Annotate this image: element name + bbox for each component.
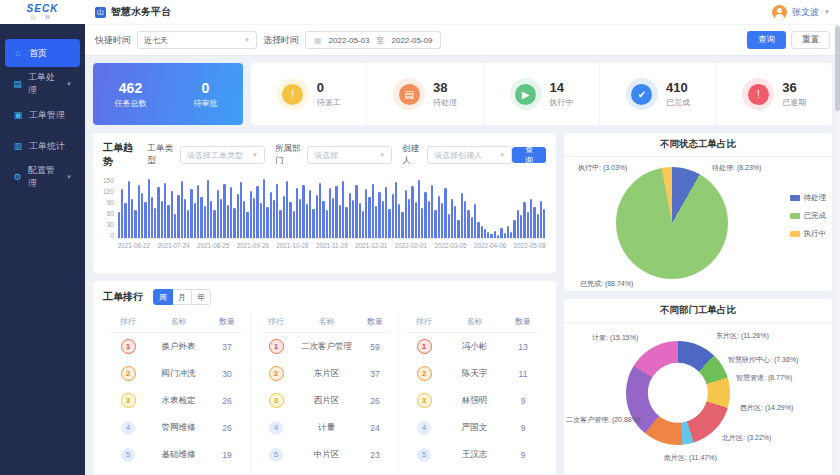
rank-badge: 4 [121,421,135,435]
quick-time-label: 快捷时间 [95,34,131,47]
name-cell: 水表检定 [145,395,212,407]
col-rank-header: 排行 [111,316,145,327]
status-pie[interactable] [616,167,728,279]
blue-card-stat: 0待审批 [168,80,243,109]
pie-slice-label: 西片区: (14.29%) [740,403,793,413]
chevron-down-icon: ▼ [244,37,250,43]
trend-bar [395,182,397,238]
pie-slice-label: 二次客户管理: (20.88%) [566,415,640,425]
filter-bar: 快捷时间 近七天 ▼ 选择时间 ▦ 2022-05-03 至 2022-05-0… [85,24,840,56]
col-count-header: 数量 [360,316,390,327]
name-cell: 二次客户管理 [293,341,360,353]
rank-badge: 5 [417,448,431,462]
trend-bar [237,194,239,238]
name-cell: 阀门冲洗 [145,368,212,380]
trend-bar [174,214,176,238]
ranking-tab-年[interactable]: 年 [191,289,211,305]
trend-bar [533,207,535,238]
legend-item[interactable]: 已完成 [790,211,827,221]
trend-bar [339,205,341,238]
trend-bar [359,203,361,238]
dept-donut[interactable] [626,341,730,445]
stat-value: 410 [666,81,690,95]
medal-icon: 2 [121,366,136,381]
trend-bar [329,188,331,238]
trend-bar [134,210,136,238]
trend-bar [332,198,334,238]
trend-bar [431,185,433,238]
medal-icon: 2 [269,366,284,381]
trend-bar [240,182,242,238]
ranking-tab-月[interactable]: 月 [172,289,192,305]
avatar[interactable] [772,5,787,20]
task-total-card: 462任务总数0待审批 [93,63,243,125]
trend-bar [302,185,304,238]
trend-bar [424,192,426,238]
trend-search-button[interactable]: 查询 [512,147,546,163]
user-menu[interactable]: 张文波 ▼ [772,5,830,20]
rank-cell: 5 [111,448,145,462]
order-type-select[interactable]: 请选择工单类型 ▼ [180,146,265,164]
rank-cell: 1 [407,339,441,354]
quick-time-select[interactable]: 近七天 ▼ [137,31,257,49]
table-row: 2东片区37 [259,360,390,387]
x-tick: 2022-03-05 [434,242,466,249]
table-row: 6刘汉龙8 [407,468,538,475]
app-title: 智慧水务平台 [111,5,171,19]
calendar-icon: ▦ [314,36,322,45]
trend-bar [434,210,436,238]
pie-slice-label: 北片区: (3.22%) [722,433,771,443]
pie-slice-label: 执行中: (3.03%) [578,163,627,173]
sidebar-item-4[interactable]: ▥工单统计 [5,132,80,160]
legend-swatch [790,195,800,201]
date-end[interactable]: 2022-05-09 [391,36,432,45]
sidebar-item-2[interactable]: ▤工单处理▼ [5,70,80,98]
sidebar-item-1[interactable]: ⌂首页 [5,39,80,67]
quick-time-value: 近七天 [144,35,168,46]
trend-bar [223,184,225,238]
sidebar-item-label: 工单处理 [28,71,60,97]
ranking-tabs: 周月年 [153,289,211,305]
trend-bar [220,199,222,238]
x-tick: 2021-12-31 [355,242,387,249]
name-cell: 陈天宇 [441,368,508,380]
dispatch-pending-icon-ring: ! [277,78,309,110]
reset-button[interactable]: 重置 [791,31,830,49]
trend-bar [365,189,367,238]
rank-table-1: 排行名称数量1换户外表372阀门冲洗303水表检定264管网维修265基础维修1… [103,311,250,475]
name-cell: 严国文 [441,422,508,434]
table-row: 1换户外表37 [111,333,242,360]
sidebar-item-3[interactable]: ▣工单管理 [5,101,80,129]
chevron-down-icon: ▼ [66,81,72,87]
sidebar-item-5[interactable]: ⚙配置管理▼ [5,163,80,191]
stat-label: 已逾期 [782,97,806,108]
legend-swatch [790,231,800,237]
trend-bar [484,229,486,238]
rank-cell: 4 [259,421,293,435]
name-cell: 计量 [293,422,360,434]
trend-bar [283,196,285,238]
date-start[interactable]: 2022-05-03 [329,36,370,45]
creator-select[interactable]: 请选择创建人 ▼ [427,146,512,164]
trend-bar [401,212,403,238]
scrollbar-thumb[interactable] [835,26,840,111]
trend-bar [273,200,275,238]
trend-bar [500,228,502,238]
ranking-tab-周[interactable]: 周 [153,289,173,305]
trend-bar [309,190,311,238]
pie-slice-label: 待处理: (8.23%) [712,163,761,173]
date-range-picker[interactable]: ▦ 2022-05-03 至 2022-05-09 [305,31,441,49]
status-pie-title: 不同状态工单占比 [564,133,832,157]
count-cell: 9 [508,450,538,460]
trend-bar [490,234,492,238]
department-select[interactable]: 请选择 ▼ [307,146,392,164]
trend-bar [217,190,219,238]
status-pie-chart: 待处理已完成执行中 待处理: (8.23%)已完成: (88.74%)执行中: … [564,157,832,291]
col-rank-header: 排行 [259,316,293,327]
legend-item[interactable]: 执行中 [790,229,827,239]
table-row: 2陈天宇11 [407,360,538,387]
search-button[interactable]: 查询 [747,31,786,49]
trend-bar [382,201,384,238]
trend-bar [131,199,133,238]
legend-item[interactable]: 待处理 [790,193,827,203]
